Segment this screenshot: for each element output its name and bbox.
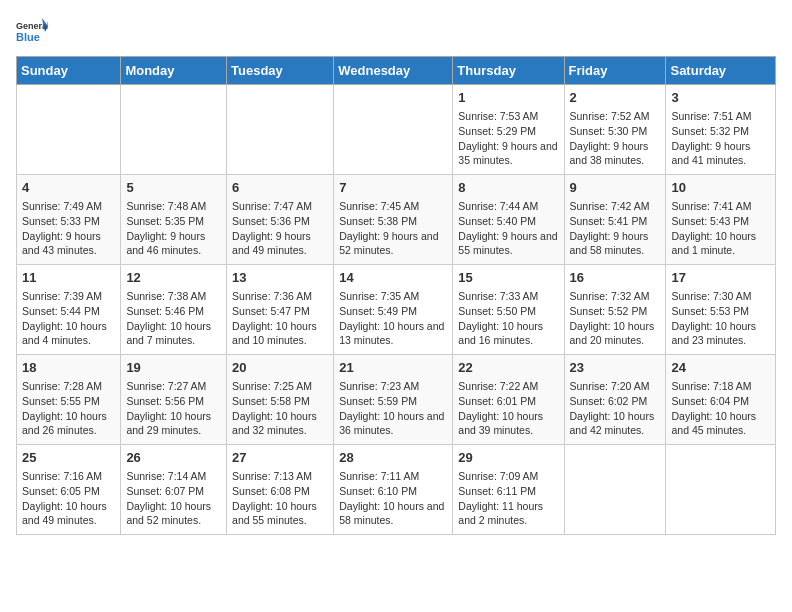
daylight-text: Daylight: 10 hours and 23 minutes. [671,319,770,348]
sunrise-text: Sunrise: 7:45 AM [339,199,447,214]
day-number: 13 [232,269,328,287]
sunset-text: Sunset: 6:01 PM [458,394,558,409]
sunrise-text: Sunrise: 7:35 AM [339,289,447,304]
sunrise-text: Sunrise: 7:52 AM [570,109,661,124]
week-row-3: 11Sunrise: 7:39 AMSunset: 5:44 PMDayligh… [17,265,776,355]
calendar-cell: 20Sunrise: 7:25 AMSunset: 5:58 PMDayligh… [227,355,334,445]
sunset-text: Sunset: 5:41 PM [570,214,661,229]
calendar-cell: 26Sunrise: 7:14 AMSunset: 6:07 PMDayligh… [121,445,227,535]
sunrise-text: Sunrise: 7:32 AM [570,289,661,304]
day-number: 12 [126,269,221,287]
daylight-text: Daylight: 10 hours and 49 minutes. [22,499,115,528]
daylight-text: Daylight: 10 hours and 16 minutes. [458,319,558,348]
sunrise-text: Sunrise: 7:22 AM [458,379,558,394]
daylight-text: Daylight: 9 hours and 55 minutes. [458,229,558,258]
day-number: 11 [22,269,115,287]
calendar-cell [564,445,666,535]
sunset-text: Sunset: 5:49 PM [339,304,447,319]
day-number: 23 [570,359,661,377]
calendar-cell: 23Sunrise: 7:20 AMSunset: 6:02 PMDayligh… [564,355,666,445]
day-number: 17 [671,269,770,287]
week-row-5: 25Sunrise: 7:16 AMSunset: 6:05 PMDayligh… [17,445,776,535]
sunrise-text: Sunrise: 7:44 AM [458,199,558,214]
calendar-cell [666,445,776,535]
daylight-text: Daylight: 10 hours and 45 minutes. [671,409,770,438]
logo-container: General Blue [16,16,48,48]
sunset-text: Sunset: 6:05 PM [22,484,115,499]
calendar-cell: 29Sunrise: 7:09 AMSunset: 6:11 PMDayligh… [453,445,564,535]
sunset-text: Sunset: 5:43 PM [671,214,770,229]
daylight-text: Daylight: 9 hours and 43 minutes. [22,229,115,258]
sunrise-text: Sunrise: 7:28 AM [22,379,115,394]
sunset-text: Sunset: 5:44 PM [22,304,115,319]
calendar-cell: 12Sunrise: 7:38 AMSunset: 5:46 PMDayligh… [121,265,227,355]
daylight-text: Daylight: 10 hours and 13 minutes. [339,319,447,348]
sunset-text: Sunset: 5:36 PM [232,214,328,229]
daylight-text: Daylight: 10 hours and 52 minutes. [126,499,221,528]
day-number: 5 [126,179,221,197]
sunset-text: Sunset: 5:55 PM [22,394,115,409]
day-number: 3 [671,89,770,107]
day-number: 4 [22,179,115,197]
day-number: 21 [339,359,447,377]
week-row-4: 18Sunrise: 7:28 AMSunset: 5:55 PMDayligh… [17,355,776,445]
day-number: 10 [671,179,770,197]
day-number: 24 [671,359,770,377]
sunrise-text: Sunrise: 7:49 AM [22,199,115,214]
calendar-cell: 25Sunrise: 7:16 AMSunset: 6:05 PMDayligh… [17,445,121,535]
calendar-cell: 5Sunrise: 7:48 AMSunset: 5:35 PMDaylight… [121,175,227,265]
calendar-cell: 28Sunrise: 7:11 AMSunset: 6:10 PMDayligh… [334,445,453,535]
day-number: 28 [339,449,447,467]
week-row-1: 1Sunrise: 7:53 AMSunset: 5:29 PMDaylight… [17,85,776,175]
daylight-text: Daylight: 9 hours and 41 minutes. [671,139,770,168]
weekday-header-friday: Friday [564,57,666,85]
calendar-cell [227,85,334,175]
sunrise-text: Sunrise: 7:09 AM [458,469,558,484]
sunset-text: Sunset: 6:08 PM [232,484,328,499]
sunset-text: Sunset: 5:33 PM [22,214,115,229]
daylight-text: Daylight: 10 hours and 42 minutes. [570,409,661,438]
svg-text:Blue: Blue [16,31,40,43]
sunrise-text: Sunrise: 7:41 AM [671,199,770,214]
sunset-text: Sunset: 5:47 PM [232,304,328,319]
sunrise-text: Sunrise: 7:39 AM [22,289,115,304]
day-number: 15 [458,269,558,287]
sunset-text: Sunset: 5:59 PM [339,394,447,409]
sunrise-text: Sunrise: 7:38 AM [126,289,221,304]
weekday-header-wednesday: Wednesday [334,57,453,85]
daylight-text: Daylight: 9 hours and 38 minutes. [570,139,661,168]
daylight-text: Daylight: 10 hours and 36 minutes. [339,409,447,438]
sunset-text: Sunset: 5:50 PM [458,304,558,319]
daylight-text: Daylight: 10 hours and 39 minutes. [458,409,558,438]
daylight-text: Daylight: 10 hours and 20 minutes. [570,319,661,348]
weekday-header-saturday: Saturday [666,57,776,85]
sunset-text: Sunset: 5:56 PM [126,394,221,409]
sunrise-text: Sunrise: 7:33 AM [458,289,558,304]
weekday-header-monday: Monday [121,57,227,85]
weekday-header-tuesday: Tuesday [227,57,334,85]
sunrise-text: Sunrise: 7:13 AM [232,469,328,484]
day-number: 27 [232,449,328,467]
sunrise-text: Sunrise: 7:14 AM [126,469,221,484]
sunrise-text: Sunrise: 7:25 AM [232,379,328,394]
page-header: General Blue [16,16,776,48]
calendar-cell: 8Sunrise: 7:44 AMSunset: 5:40 PMDaylight… [453,175,564,265]
calendar-cell [121,85,227,175]
sunrise-text: Sunrise: 7:27 AM [126,379,221,394]
sunset-text: Sunset: 6:10 PM [339,484,447,499]
daylight-text: Daylight: 10 hours and 7 minutes. [126,319,221,348]
sunset-text: Sunset: 6:07 PM [126,484,221,499]
sunset-text: Sunset: 5:58 PM [232,394,328,409]
calendar-cell: 17Sunrise: 7:30 AMSunset: 5:53 PMDayligh… [666,265,776,355]
calendar-cell: 21Sunrise: 7:23 AMSunset: 5:59 PMDayligh… [334,355,453,445]
calendar-cell: 13Sunrise: 7:36 AMSunset: 5:47 PMDayligh… [227,265,334,355]
day-number: 20 [232,359,328,377]
calendar-cell: 1Sunrise: 7:53 AMSunset: 5:29 PMDaylight… [453,85,564,175]
calendar-cell [17,85,121,175]
calendar-cell: 10Sunrise: 7:41 AMSunset: 5:43 PMDayligh… [666,175,776,265]
daylight-text: Daylight: 10 hours and 29 minutes. [126,409,221,438]
weekday-header-sunday: Sunday [17,57,121,85]
calendar-cell: 11Sunrise: 7:39 AMSunset: 5:44 PMDayligh… [17,265,121,355]
daylight-text: Daylight: 9 hours and 46 minutes. [126,229,221,258]
calendar-cell: 6Sunrise: 7:47 AMSunset: 5:36 PMDaylight… [227,175,334,265]
